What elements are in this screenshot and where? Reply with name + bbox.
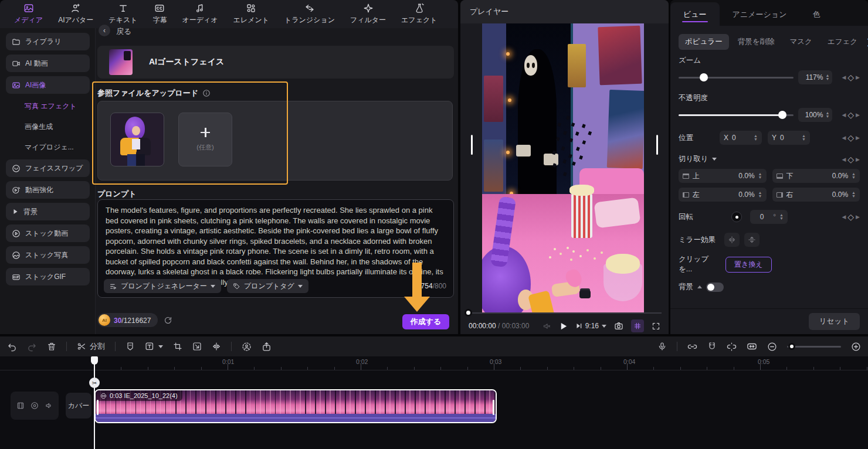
nav-media[interactable]: メディア bbox=[8, 1, 49, 28]
rotate-keyframe-controls[interactable]: ◀◇▶ bbox=[842, 212, 860, 222]
crop-keyframe-controls[interactable]: ◀◇▶ bbox=[842, 155, 860, 164]
nav-effects[interactable]: エフェクト bbox=[395, 1, 443, 28]
fullscreen-icon[interactable] bbox=[652, 322, 660, 331]
stepper[interactable]: ▲▼ bbox=[758, 191, 762, 198]
sidebar-item-ai-image[interactable]: AI画像 bbox=[6, 76, 90, 94]
sidebar-item-stock-photo[interactable]: ストック写真 bbox=[6, 246, 90, 264]
stepper[interactable]: ▲▼ bbox=[825, 74, 829, 81]
stepper[interactable]: ▲▼ bbox=[758, 172, 762, 179]
zoom-slider[interactable] bbox=[679, 77, 794, 79]
undo-button[interactable] bbox=[7, 342, 17, 352]
nav-ai-avatar[interactable]: AIアバター bbox=[52, 1, 99, 28]
playhead-handle[interactable] bbox=[91, 356, 98, 365]
uploaded-reference-image[interactable] bbox=[110, 113, 164, 166]
prompt-textarea[interactable]: The model's features, figure, and propor… bbox=[97, 199, 454, 298]
stepper[interactable]: ▲▼ bbox=[754, 134, 758, 141]
sticker-button[interactable] bbox=[242, 342, 252, 352]
clip-trim-right-handle[interactable] bbox=[493, 400, 494, 415]
crop-bottom-field[interactable]: 下 0.0% ▲▼ bbox=[772, 169, 860, 183]
add-optional-image-tile[interactable]: (任意) bbox=[178, 113, 232, 166]
play-icon[interactable] bbox=[559, 322, 568, 331]
position-y-field[interactable]: Y 0 ▲▼ bbox=[768, 131, 810, 145]
marker-button[interactable] bbox=[126, 342, 135, 351]
grid-overlay-button[interactable] bbox=[631, 319, 644, 332]
stepper[interactable]: ▲▼ bbox=[852, 191, 856, 198]
sidebar-item-photo-effects[interactable]: 写真 エフェクト bbox=[6, 98, 90, 114]
fit-timeline-button[interactable] bbox=[747, 341, 757, 352]
sidebar-item-image-generation[interactable]: 画像生成 bbox=[6, 118, 90, 135]
subtab-popular[interactable]: ポピュラー bbox=[679, 34, 729, 50]
quick-text-button[interactable] bbox=[145, 342, 163, 352]
crop-right-field[interactable]: 右 0.0% ▲▼ bbox=[772, 188, 860, 202]
clip-trim-left-handle[interactable] bbox=[97, 400, 99, 415]
sidebar-item-my-projects[interactable]: マイプロジェ... bbox=[6, 139, 90, 155]
prompt-generator-button[interactable]: プロンプトジェネレーター bbox=[104, 279, 221, 293]
sidebar-item-face-swap[interactable]: フェイススワップ bbox=[6, 159, 90, 177]
magnet-snap-button[interactable] bbox=[707, 342, 717, 351]
upload-dropzone[interactable]: (任意) bbox=[97, 101, 453, 181]
nav-audio[interactable]: オーディオ bbox=[176, 1, 223, 28]
crop-button[interactable] bbox=[173, 342, 182, 351]
sidebar-item-video-enhance[interactable]: 動画強化 bbox=[6, 181, 90, 199]
redo-button[interactable] bbox=[27, 342, 37, 352]
split-button[interactable]: 分割 bbox=[77, 341, 105, 352]
background-toggle[interactable] bbox=[706, 283, 724, 292]
position-x-field[interactable]: X 0 ▲▼ bbox=[720, 131, 762, 145]
nav-text[interactable]: テキスト bbox=[103, 1, 143, 28]
mute-icon[interactable] bbox=[542, 322, 551, 331]
voiceover-button[interactable] bbox=[657, 342, 667, 351]
video-preview[interactable] bbox=[482, 23, 644, 313]
cover-button[interactable]: カバー bbox=[66, 393, 91, 419]
info-icon[interactable] bbox=[202, 89, 211, 97]
timeline-zoom-in-button[interactable] bbox=[851, 342, 861, 352]
create-button[interactable]: 作成する bbox=[402, 314, 449, 329]
player-seekbar[interactable] bbox=[468, 312, 662, 314]
stepper[interactable]: ▲▼ bbox=[852, 172, 856, 179]
playhead[interactable] bbox=[94, 356, 95, 449]
snapshot-camera-icon[interactable] bbox=[614, 321, 623, 331]
export-frame-button[interactable] bbox=[262, 342, 272, 352]
flip-button[interactable] bbox=[212, 342, 221, 351]
back-button[interactable]: ‹ bbox=[99, 25, 110, 36]
crop-top-field[interactable]: 上 0.0% ▲▼ bbox=[679, 169, 767, 183]
nav-elements[interactable]: エレメント bbox=[228, 1, 275, 28]
sidebar-item-background[interactable]: 背景 bbox=[6, 203, 90, 220]
prompt-tag-button[interactable]: プロンプトタグ bbox=[227, 279, 308, 293]
replace-button[interactable]: 置き換え bbox=[725, 257, 772, 273]
speed-button[interactable] bbox=[192, 342, 202, 351]
tab-animation[interactable]: アニメーション bbox=[720, 2, 800, 26]
subtab-remove-background[interactable]: 背景を削除 bbox=[731, 34, 781, 50]
playhead-split-handle[interactable]: ✂ bbox=[89, 377, 100, 388]
track-visibility-eye-icon[interactable] bbox=[30, 402, 39, 410]
reset-button[interactable]: リセット bbox=[809, 313, 860, 330]
nav-subtitles[interactable]: 字幕 bbox=[147, 1, 172, 28]
refresh-icon[interactable] bbox=[164, 316, 172, 325]
sidebar-item-ai-video[interactable]: AI 動画 bbox=[6, 55, 90, 72]
zoom-slider-thumb[interactable] bbox=[700, 73, 708, 81]
video-clip[interactable]: 0:03 IE_2025_10_22(4) bbox=[94, 389, 497, 423]
opacity-value-box[interactable]: 100% ▲▼ bbox=[798, 108, 832, 122]
unlink-clips-button[interactable] bbox=[727, 342, 737, 352]
timeline-ruler[interactable]: 0:01 0:02 0:03 0:04 0:05 bbox=[0, 356, 868, 370]
sidebar-item-stock-video[interactable]: ストック動画 bbox=[6, 224, 90, 242]
mirror-vertical-button[interactable] bbox=[744, 233, 760, 247]
nav-filters[interactable]: フィルター bbox=[344, 1, 392, 28]
tab-view[interactable]: ビュー bbox=[670, 2, 720, 26]
player-seek-handle[interactable] bbox=[464, 309, 472, 317]
sidebar-item-stock-gif[interactable]: ストックGIF bbox=[6, 268, 90, 285]
crop-label[interactable]: 切り取り bbox=[679, 154, 708, 164]
stepper[interactable]: ▲▼ bbox=[825, 111, 829, 118]
rotate-field[interactable]: 0 ° ▲▼ bbox=[750, 210, 788, 224]
stepper[interactable]: ▲▼ bbox=[802, 134, 806, 141]
zoom-value-box[interactable]: 117% ▲▼ bbox=[798, 70, 832, 84]
track-mute-speaker-icon[interactable] bbox=[45, 402, 53, 410]
rotation-dial[interactable] bbox=[731, 212, 742, 222]
track-film-icon[interactable] bbox=[16, 402, 25, 410]
tab-color[interactable]: 色 bbox=[799, 2, 833, 26]
zoom-keyframe-controls[interactable]: ◀◇▶ bbox=[842, 73, 860, 82]
link-clips-button[interactable] bbox=[687, 342, 697, 352]
subtab-effects[interactable]: エフェク bbox=[821, 34, 864, 50]
subtab-mask[interactable]: マスク bbox=[783, 34, 818, 50]
delete-button[interactable] bbox=[47, 342, 56, 351]
opacity-slider-thumb[interactable] bbox=[778, 111, 786, 119]
